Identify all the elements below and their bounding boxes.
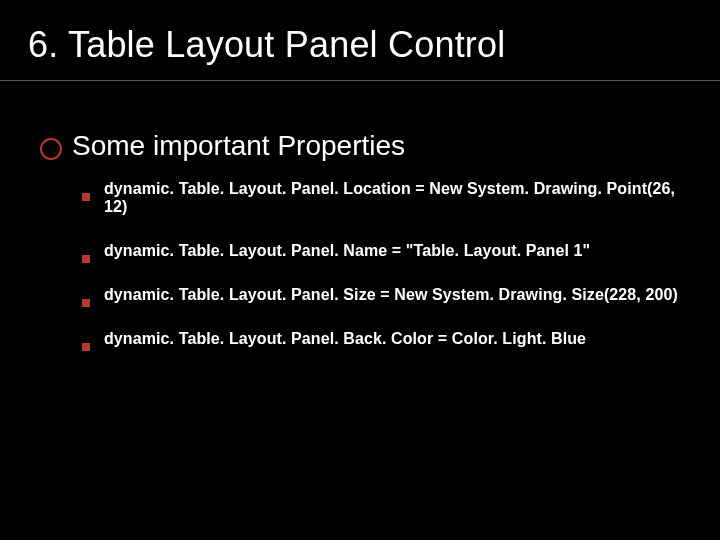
property-text: dynamic. Table. Layout. Panel. Location … <box>104 180 680 216</box>
title-band: 6. Table Layout Panel Control <box>0 18 720 81</box>
square-bullet-icon <box>82 343 90 351</box>
slide-title: 6. Table Layout Panel Control <box>28 24 720 66</box>
circle-bullet-icon <box>40 138 62 160</box>
section-heading: Some important Properties <box>72 130 405 162</box>
property-text: dynamic. Table. Layout. Panel. Name = "T… <box>104 242 590 260</box>
list-item: dynamic. Table. Layout. Panel. Back. Col… <box>82 330 680 348</box>
property-text: dynamic. Table. Layout. Panel. Size = Ne… <box>104 286 678 304</box>
heading-row: Some important Properties <box>40 130 680 162</box>
slide-body: Some important Properties dynamic. Table… <box>40 130 680 374</box>
square-bullet-icon <box>82 255 90 263</box>
property-list: dynamic. Table. Layout. Panel. Location … <box>40 180 680 348</box>
list-item: dynamic. Table. Layout. Panel. Location … <box>82 180 680 216</box>
square-bullet-icon <box>82 299 90 307</box>
list-item: dynamic. Table. Layout. Panel. Size = Ne… <box>82 286 680 304</box>
property-text: dynamic. Table. Layout. Panel. Back. Col… <box>104 330 586 348</box>
slide: 6. Table Layout Panel Control Some impor… <box>0 0 720 540</box>
list-item: dynamic. Table. Layout. Panel. Name = "T… <box>82 242 680 260</box>
square-bullet-icon <box>82 193 90 201</box>
